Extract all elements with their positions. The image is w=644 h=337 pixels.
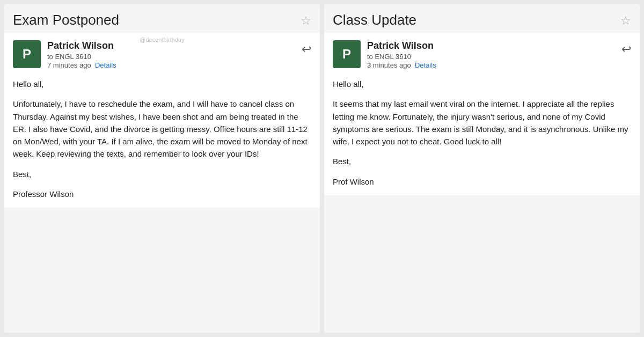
left-body-p4: Professor Wilson [13,188,311,200]
left-sender-to: to ENGL 3610 [47,53,295,61]
right-body-p3: Best, [333,155,631,167]
left-sender-name: Patrick Wilson [47,40,295,52]
left-reply-icon[interactable]: ↩ [302,42,311,56]
right-details-link[interactable]: Details [415,61,436,69]
left-email-card: P Patrick Wilson to ENGL 3610 7 minutes … [4,33,320,208]
left-body-p2: Unfortunately, I have to reschedule the … [13,98,311,160]
right-email-body: Hello all, It seems that my last email w… [333,72,631,188]
right-body-p4: Prof Wilson [333,175,631,188]
left-panel-header: Exam Postponed ☆ [4,4,320,33]
left-star-icon[interactable]: ☆ [301,14,311,28]
left-details-link[interactable]: Details [95,61,116,69]
left-email-panel: Exam Postponed ☆ @decentbirthday P Patri… [4,4,320,333]
left-sender-info: Patrick Wilson to ENGL 3610 7 minutes ag… [47,40,295,69]
right-avatar: P [333,40,361,68]
left-email-header: P Patrick Wilson to ENGL 3610 7 minutes … [13,40,311,69]
right-body-p1: Hello all, [333,78,631,90]
right-sender-time: 3 minutes ago Details [367,61,615,69]
right-sender-info: Patrick Wilson to ENGL 3610 3 minutes ag… [367,40,615,69]
left-body-p1: Hello all, [13,78,311,90]
left-body-p3: Best, [13,168,311,180]
right-sender-to: to ENGL 3610 [367,53,615,61]
right-panel-header: Class Update ☆ [324,4,640,33]
right-reply-icon[interactable]: ↩ [621,42,631,56]
left-sender-time: 7 minutes ago Details [47,61,295,69]
right-body-p2: It seems that my last email went viral o… [333,98,631,148]
right-email-card: P Patrick Wilson to ENGL 3610 3 minutes … [324,33,640,195]
right-star-icon[interactable]: ☆ [620,14,631,28]
left-avatar: P [13,40,41,68]
right-email-panel: Class Update ☆ P Patrick Wilson to ENGL … [324,4,640,333]
right-sender-name: Patrick Wilson [367,40,615,52]
right-panel-title: Class Update [333,12,416,28]
left-email-body: Hello all, Unfortunately, I have to resc… [13,72,311,200]
right-email-header: P Patrick Wilson to ENGL 3610 3 minutes … [333,40,631,69]
left-panel-title: Exam Postponed [13,12,119,28]
